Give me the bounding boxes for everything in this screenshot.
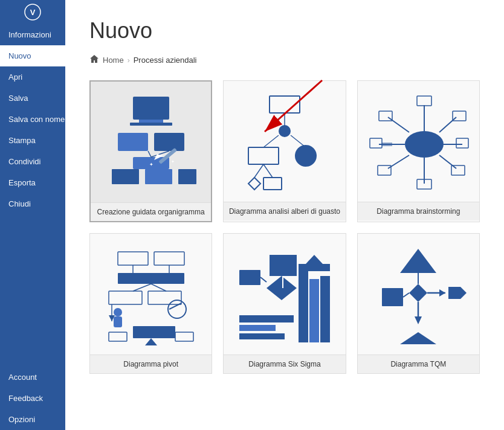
svg-rect-6: [130, 123, 172, 126]
sidebar-item-salva-con-nome[interactable]: Salva con nome: [0, 109, 65, 130]
templates-grid: ✦ ✦ Creazione guidata organigramma: [89, 80, 480, 374]
svg-line-92: [403, 293, 409, 297]
svg-rect-65: [133, 326, 175, 338]
alberi-diagram: [233, 90, 336, 193]
svg-marker-84: [409, 284, 427, 302]
template-label-organigramma: Creazione guidata organigramma: [91, 202, 211, 221]
template-label-alberi: Diagramma analisi alberi di guasto: [224, 202, 345, 220]
svg-rect-5: [139, 120, 163, 123]
breadcrumb: Home › Processi aziendali: [89, 54, 480, 66]
pivot-diagram: [100, 243, 202, 345]
svg-text:V: V: [30, 8, 36, 17]
svg-line-56: [133, 284, 151, 291]
svg-rect-78: [239, 325, 276, 331]
svg-point-63: [168, 300, 186, 318]
sidebar-item-chiudi[interactable]: Chiudi: [0, 193, 65, 214]
svg-marker-87: [448, 287, 467, 299]
svg-rect-74: [320, 276, 330, 342]
sidebar-item-opzioni[interactable]: Opzioni: [0, 409, 65, 430]
svg-line-32: [388, 117, 409, 132]
svg-rect-19: [270, 96, 300, 113]
six-sigma-diagram: [233, 243, 336, 345]
template-label-brainstorming: Diagramma brainstorming: [358, 202, 479, 220]
svg-rect-39: [370, 138, 382, 148]
sidebar-item-account[interactable]: Account: [0, 367, 65, 388]
svg-marker-66: [145, 338, 157, 345]
svg-rect-75: [299, 264, 330, 271]
svg-rect-54: [109, 291, 142, 304]
svg-marker-89: [415, 316, 422, 324]
template-diagramma-tqm[interactable]: Diagramma TQM: [357, 233, 480, 374]
sidebar-item-condividi[interactable]: Condividi: [0, 151, 65, 172]
sidebar-item-apri[interactable]: Apri: [0, 66, 65, 88]
template-label-pivot: Diagramma pivot: [90, 355, 212, 373]
svg-marker-86: [439, 289, 445, 297]
svg-line-35: [439, 117, 456, 132]
svg-point-25: [295, 145, 317, 167]
svg-line-57: [151, 284, 166, 291]
svg-line-38: [439, 155, 456, 168]
svg-rect-44: [378, 165, 391, 175]
svg-rect-83: [382, 288, 403, 306]
template-diagramma-pivot[interactable]: Diagramma pivot: [89, 233, 212, 374]
breadcrumb-home[interactable]: Home: [103, 56, 124, 65]
svg-point-21: [279, 125, 291, 137]
template-img-brainstorming: [358, 81, 479, 202]
svg-rect-14: [178, 169, 196, 184]
sidebar-item-stampa[interactable]: Stampa: [0, 130, 65, 151]
sidebar-item-nuovo[interactable]: Nuovo: [0, 45, 65, 66]
svg-rect-8: [154, 133, 184, 151]
breadcrumb-current: Processi aziendali: [134, 56, 197, 65]
template-label-six-sigma: Diagramma Six Sigma: [224, 355, 345, 373]
svg-rect-42: [456, 138, 468, 148]
sidebar-item-feedback[interactable]: Feedback: [0, 388, 65, 409]
svg-text:✦: ✦: [149, 162, 153, 167]
svg-line-22: [263, 135, 279, 147]
svg-rect-41: [417, 96, 431, 106]
svg-rect-80: [239, 270, 260, 285]
app-logo: V: [0, 0, 65, 24]
svg-rect-24: [248, 147, 279, 164]
tqm-diagram: [367, 243, 470, 345]
svg-rect-62: [114, 316, 122, 327]
templates-section: ✦ ✦ Creazione guidata organigramma: [89, 80, 480, 374]
svg-line-27: [263, 164, 273, 178]
main-content: Nuovo Home › Processi aziendali: [65, 0, 504, 430]
svg-rect-7: [118, 133, 148, 151]
template-img-alberi: [224, 81, 345, 202]
template-creazione-guidata-organigramma[interactable]: ✦ ✦ Creazione guidata organigramma: [89, 80, 212, 222]
svg-line-10: [148, 151, 151, 157]
brainstorming-diagram: [367, 90, 470, 193]
sidebar-item-informazioni[interactable]: Informazioni: [0, 24, 65, 45]
sidebar-item-salva[interactable]: Salva: [0, 88, 65, 109]
template-img-pivot: [90, 234, 212, 355]
sidebar-bottom: Account Feedback Opzioni: [0, 367, 65, 430]
template-diagramma-analisi-alberi[interactable]: Diagramma analisi alberi di guasto: [223, 80, 346, 222]
svg-rect-55: [148, 291, 181, 304]
template-diagramma-six-sigma[interactable]: Diagramma Six Sigma: [223, 233, 346, 374]
sidebar: V Informazioni Nuovo Apri Salva Salva co…: [0, 0, 65, 430]
sidebar-item-esporta[interactable]: Esporta: [0, 172, 65, 193]
template-img-organigramma: ✦ ✦: [91, 82, 211, 202]
svg-text:✦: ✦: [171, 159, 175, 164]
svg-rect-4: [133, 97, 169, 120]
template-diagramma-brainstorming[interactable]: Diagramma brainstorming: [357, 80, 480, 222]
svg-rect-73: [309, 279, 319, 342]
svg-rect-50: [154, 252, 184, 265]
svg-marker-90: [400, 332, 436, 344]
svg-marker-82: [400, 249, 436, 273]
visio-logo-icon: V: [24, 3, 42, 21]
template-img-six-sigma: [224, 234, 345, 355]
svg-rect-12: [112, 169, 139, 184]
svg-line-26: [254, 164, 263, 178]
home-icon: [89, 54, 99, 66]
svg-point-61: [114, 308, 122, 316]
svg-rect-67: [109, 332, 127, 341]
svg-rect-13: [145, 169, 172, 184]
svg-line-81: [260, 277, 267, 282]
svg-rect-79: [239, 333, 285, 339]
svg-rect-72: [299, 270, 308, 342]
svg-point-30: [405, 131, 444, 158]
organigramma-diagram: ✦ ✦: [100, 91, 202, 193]
svg-rect-49: [118, 252, 148, 265]
